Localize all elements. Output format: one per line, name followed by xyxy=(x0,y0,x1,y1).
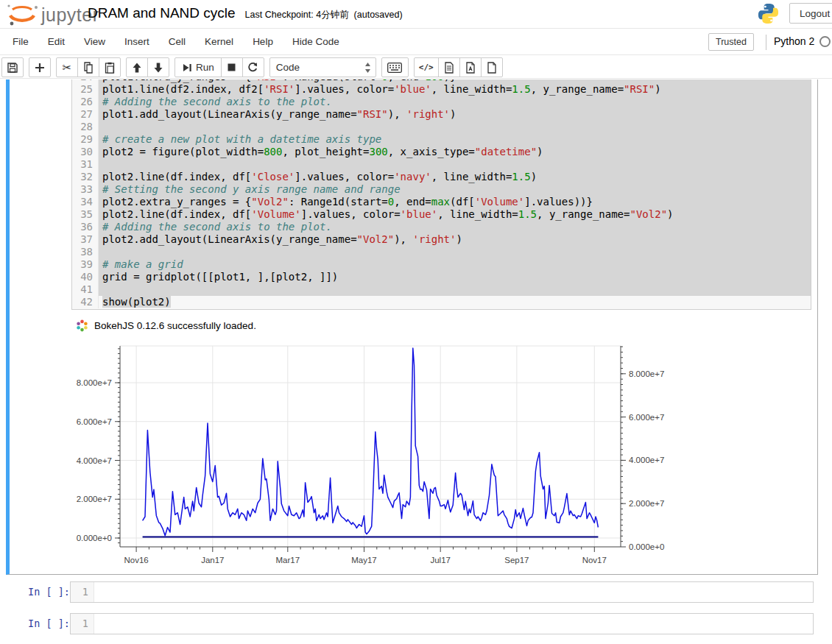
empty-code-cell-1[interactable]: In [ ]:1 xyxy=(6,581,818,604)
code-line[interactable] xyxy=(99,283,811,296)
notebook-header: jupyter DRAM and NAND cycle Last Checkpo… xyxy=(0,0,832,28)
code-line[interactable]: plot2.line(df.index, df['Volume'].values… xyxy=(99,208,811,221)
line-number: 28 xyxy=(72,121,99,133)
code-row-35: 35plot2.line(df.index, df['Volume'].valu… xyxy=(72,208,811,221)
menu-insert[interactable]: Insert xyxy=(115,36,159,47)
code-row-26: 26# Adding the second axis to the plot. xyxy=(72,96,811,108)
code-line[interactable] xyxy=(99,158,811,171)
empty-code-cell-2[interactable]: In [ ]:1 xyxy=(6,613,818,635)
line-number: 32 xyxy=(72,171,99,183)
code-line[interactable]: # Setting the second y axis range name a… xyxy=(99,183,811,196)
trusted-button[interactable]: Trusted xyxy=(708,33,754,51)
selected-code-cell[interactable]: 24plot1.extra_y_ranges = {"RSI": Range1d… xyxy=(6,79,818,575)
code-line[interactable] xyxy=(99,246,811,258)
code-row-25: 25plot1.line(df2.index, df2['RSI'].value… xyxy=(72,83,811,96)
code-row-34: 34plot2.extra_y_ranges = {"Vol2": Range1… xyxy=(72,196,811,208)
code-row-37: 37plot2.add_layout(LinearAxis(y_range_na… xyxy=(72,233,811,246)
interrupt-kernel-button[interactable] xyxy=(221,57,243,77)
command-palette-button[interactable] xyxy=(381,57,409,77)
line-number: 38 xyxy=(72,246,99,258)
code-editor[interactable]: 24plot1.extra_y_ranges = {"RSI": Range1d… xyxy=(71,79,811,310)
code-line[interactable]: plot2.extra_y_ranges = {"Vol2": Range1d(… xyxy=(99,196,811,208)
move-cell-up-button[interactable] xyxy=(126,57,148,77)
jupyter-logo[interactable]: jupyter xyxy=(6,2,99,26)
line-number: 37 xyxy=(72,233,99,246)
copy-cell-button[interactable] xyxy=(77,57,99,77)
empty-code-input[interactable]: 1 xyxy=(70,613,814,634)
logout-button[interactable]: Logout xyxy=(789,3,832,24)
line-number: 1 xyxy=(71,614,94,634)
code-line[interactable]: # Adding the second axis to the plot. xyxy=(99,221,811,233)
save-icon xyxy=(7,62,18,74)
line-number: 39 xyxy=(72,258,99,271)
menu-help[interactable]: Help xyxy=(243,36,283,47)
stop-icon xyxy=(227,63,236,72)
paste-cell-button[interactable] xyxy=(99,57,121,77)
line-number: 29 xyxy=(72,133,99,146)
code-line[interactable]: plot2.add_layout(LinearAxis(y_range_name… xyxy=(99,233,811,246)
code-line[interactable]: plot2 = figure(plot_width=800, plot_heig… xyxy=(99,146,811,158)
toggle-prompt-button[interactable] xyxy=(438,57,460,77)
x-tick-label: Jan17 xyxy=(201,556,224,565)
run-cell-button[interactable]: Run xyxy=(174,57,222,77)
code-line[interactable]: # make a grid xyxy=(99,258,811,271)
cut-cell-button[interactable]: ✂ xyxy=(56,57,78,77)
prompt-doc-icon xyxy=(444,62,454,74)
line-number: 30 xyxy=(72,146,99,158)
code-line[interactable]: # create a new plot with a datetime axis… xyxy=(99,133,811,146)
code-row-31: 31 xyxy=(72,158,811,171)
notebook-title[interactable]: DRAM and NAND cycle xyxy=(88,5,236,21)
y-left-tick-label: 4.000e+7 xyxy=(77,456,112,465)
move-down-icon xyxy=(153,63,163,73)
bokeh-plot: 0.000e+02.000e+74.000e+76.000e+78.000e+7… xyxy=(74,339,674,568)
y-right-tick-label: 2.000e+7 xyxy=(629,499,664,508)
y-right-tick-label: 4.000e+7 xyxy=(629,456,664,464)
menu-cell[interactable]: Cell xyxy=(159,36,195,47)
line-number: 31 xyxy=(72,158,99,171)
menu-file[interactable]: File xyxy=(3,36,38,47)
x-tick-label: Sep17 xyxy=(504,556,529,565)
line-number: 34 xyxy=(72,196,99,208)
menu-items: FileEditViewInsertCellKernelHelpHide Cod… xyxy=(3,29,349,54)
code-line[interactable]: grid = gridplot([[plot1, ],[plot2, ]]) xyxy=(99,271,811,283)
move-up-icon xyxy=(132,63,142,73)
x-tick-label: Jul17 xyxy=(430,556,451,565)
series-volume-line xyxy=(143,348,599,536)
line-number: 41 xyxy=(72,283,99,296)
save-button[interactable] xyxy=(1,57,24,77)
code-line[interactable]: # Adding the second axis to the plot. xyxy=(99,96,811,108)
notebook-container: 24plot1.extra_y_ranges = {"RSI": Range1d… xyxy=(0,79,832,644)
export-pdf-button[interactable] xyxy=(459,57,482,77)
menu-hide-code[interactable]: Hide Code xyxy=(283,36,349,47)
code-row-39: 39# make a grid xyxy=(72,258,811,271)
code-line[interactable]: show(plot2) xyxy=(99,296,811,308)
bokehjs-output: BokehJS 0.12.6 successfully loaded. xyxy=(76,319,256,332)
move-cell-down-button[interactable] xyxy=(147,57,169,77)
x-tick-label: May17 xyxy=(351,556,377,565)
code-line[interactable] xyxy=(99,121,811,133)
line-number: 42 xyxy=(72,296,99,308)
code-row-41: 41 xyxy=(72,283,811,296)
code-line[interactable]: plot1.line(df2.index, df2['RSI'].values,… xyxy=(99,83,811,96)
cell-type-select[interactable]: Code xyxy=(269,57,376,77)
copy-icon xyxy=(82,62,94,74)
code-line[interactable]: plot1.add_layout(LinearAxis(y_range_name… xyxy=(99,108,811,121)
empty-code-input[interactable]: 1 xyxy=(70,581,814,603)
cut-icon: ✂ xyxy=(63,61,72,74)
code-line[interactable]: plot2.line(df.index, df['Close'].values,… xyxy=(99,171,811,183)
code-row-28: 28 xyxy=(72,121,811,133)
export-html-button[interactable] xyxy=(481,57,503,77)
step-forward-icon xyxy=(182,63,192,73)
line-number: 40 xyxy=(72,271,99,283)
bokehjs-message: BokehJS 0.12.6 successfully loaded. xyxy=(94,320,256,331)
menu-view[interactable]: View xyxy=(74,36,115,47)
menu-edit[interactable]: Edit xyxy=(38,36,74,47)
restart-kernel-button[interactable] xyxy=(242,57,264,77)
add-cell-icon xyxy=(35,63,45,73)
blank-doc-icon xyxy=(487,62,497,74)
toggle-code-button[interactable]: </> xyxy=(414,57,439,77)
line-number: 25 xyxy=(72,83,99,96)
add-cell-button[interactable] xyxy=(29,57,51,77)
bokeh-logo-icon xyxy=(76,319,88,332)
menu-kernel[interactable]: Kernel xyxy=(195,36,243,47)
